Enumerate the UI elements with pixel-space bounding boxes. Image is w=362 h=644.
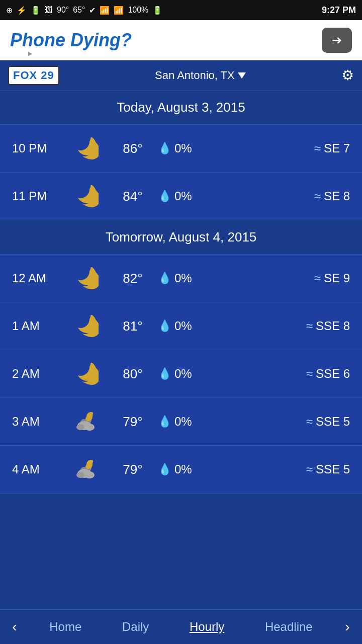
row-wind: ≈ SSE 6	[218, 367, 350, 381]
row-precipitation: 💧 0%	[158, 319, 218, 333]
row-weather-icon	[67, 363, 108, 385]
row-time: 10 PM	[12, 141, 67, 155]
row-weather-icon	[67, 457, 108, 481]
row-precipitation: 💧 0%	[158, 271, 218, 285]
wind-icon: ≈	[314, 189, 321, 203]
row-temperature: 80°	[108, 366, 158, 382]
row-weather-icon	[67, 137, 108, 159]
nav-item-headline[interactable]: Headline	[257, 616, 321, 638]
battery-icon: 🔋	[31, 6, 41, 15]
status-bar: ⊕ ⚡ 🔋 🖼 90° 65° ✔ 📶 📶 100% 🔋 9:27 PM	[0, 0, 362, 20]
precip-value: 0%	[174, 415, 192, 429]
svg-point-1	[84, 424, 95, 431]
row-precipitation: 💧 0%	[158, 189, 218, 203]
weather-row: 2 AM 80° 💧 0% ≈ SSE 6	[0, 350, 362, 398]
drop-icon: 💧	[158, 272, 171, 285]
weather-row: 11 PM 84° 💧 0% ≈ SE 8	[0, 173, 362, 220]
weather-row: 3 AM 79° 💧 0% ≈ SSE 5	[0, 398, 362, 446]
drop-icon: 💧	[158, 415, 171, 428]
precip-value: 0%	[174, 462, 192, 476]
row-precipitation: 💧 0%	[158, 141, 218, 155]
ad-text: Phone Dying?	[10, 30, 132, 51]
row-temperature: 81°	[108, 318, 158, 334]
nav-item-daily[interactable]: Daily	[114, 616, 157, 638]
precip-value: 0%	[174, 319, 192, 333]
row-wind: ≈ SE 9	[218, 271, 350, 285]
drop-icon: 💧	[158, 142, 171, 155]
location-arrow-icon	[238, 72, 246, 78]
wind-value: SSE 8	[316, 319, 350, 333]
wind-value: SE 9	[324, 271, 350, 285]
usb-icon: ⚡	[17, 6, 27, 15]
status-left-icons: ⊕ ⚡ 🔋 🖼 90° 65° ✔ 📶 📶 100% 🔋	[6, 6, 162, 15]
svg-point-5	[76, 472, 84, 478]
nav-item-home[interactable]: Home	[41, 616, 89, 638]
row-time: 11 PM	[12, 189, 67, 203]
row-weather-icon	[67, 185, 108, 207]
row-temperature: 86°	[108, 141, 158, 156]
check-icon: ✔	[89, 6, 96, 15]
row-time: 2 AM	[12, 367, 67, 381]
temp-low: 65°	[73, 6, 85, 15]
gear-icon: ⚙	[341, 67, 354, 83]
ad-arrow-button[interactable]: ➔	[322, 28, 352, 53]
day-header-0: Today, August 3, 2015	[0, 91, 362, 125]
precip-value: 0%	[174, 271, 192, 285]
wind-icon: ≈	[306, 462, 313, 476]
row-weather-icon	[67, 315, 108, 337]
row-wind: ≈ SSE 5	[218, 415, 350, 429]
row-time: 12 AM	[12, 271, 67, 285]
wind-value: SSE 5	[316, 462, 350, 476]
row-time: 4 AM	[12, 462, 67, 476]
battery-full-icon: 🔋	[152, 6, 162, 15]
ad-arrow-icon: ➔	[332, 33, 342, 47]
drop-icon: 💧	[158, 319, 171, 333]
signal-icon: 📶	[114, 6, 124, 15]
row-temperature: 79°	[108, 462, 158, 477]
weather-row: 4 AM 79° 💧 0% ≈ SSE 5	[0, 446, 362, 494]
precip-value: 0%	[174, 141, 192, 155]
wind-value: SE 8	[324, 189, 350, 203]
nav-next-button[interactable]: ›	[345, 619, 349, 635]
settings-button[interactable]: ⚙	[341, 67, 354, 84]
bottom-nav: ‹ Home Daily Hourly Headline ›	[0, 609, 362, 644]
image-icon: 🖼	[45, 6, 53, 15]
row-precipitation: 💧 0%	[158, 415, 218, 429]
weather-content: Today, August 3, 2015 10 PM 86° 💧 0% ≈ S…	[0, 91, 362, 534]
row-wind: ≈ SE 8	[218, 189, 350, 203]
status-time: 9:27 PM	[322, 5, 356, 16]
svg-point-4	[84, 471, 95, 478]
row-precipitation: 💧 0%	[158, 462, 218, 476]
drop-icon: 💧	[158, 463, 171, 476]
location-text: San Antonio, TX	[155, 69, 235, 82]
ad-attribution: ▶	[28, 50, 32, 57]
wind-value: SE 7	[324, 141, 350, 155]
day-header-1: Tomorrow, August 4, 2015	[0, 220, 362, 255]
nav-prev-button[interactable]: ‹	[12, 619, 17, 635]
row-time: 1 AM	[12, 319, 67, 333]
row-weather-icon	[67, 410, 108, 434]
row-temperature: 84°	[108, 189, 158, 204]
nav-item-hourly[interactable]: Hourly	[182, 616, 232, 638]
row-temperature: 82°	[108, 271, 158, 286]
weather-row: 1 AM 81° 💧 0% ≈ SSE 8	[0, 302, 362, 350]
precip-value: 0%	[174, 189, 192, 203]
row-wind: ≈ SSE 8	[218, 319, 350, 333]
wifi-icon: 📶	[100, 6, 110, 15]
battery-percent: 100%	[128, 6, 148, 15]
drop-icon: 💧	[158, 190, 171, 203]
weather-row: 10 PM 86° 💧 0% ≈ SE 7	[0, 125, 362, 173]
wind-icon: ≈	[306, 415, 313, 429]
wind-value: SSE 6	[316, 367, 350, 381]
precip-value: 0%	[174, 367, 192, 381]
add-icon: ⊕	[6, 6, 13, 15]
next-arrow-icon: ›	[345, 619, 349, 634]
app-header: FOX 29 San Antonio, TX ⚙	[0, 60, 362, 91]
wind-value: SSE 5	[316, 415, 350, 429]
drop-icon: 💧	[158, 367, 171, 380]
ad-banner: Phone Dying? ➔ ▶	[0, 20, 362, 60]
prev-arrow-icon: ‹	[12, 619, 17, 634]
row-temperature: 79°	[108, 414, 158, 430]
location-button[interactable]: San Antonio, TX	[155, 69, 246, 82]
wind-icon: ≈	[314, 271, 321, 285]
